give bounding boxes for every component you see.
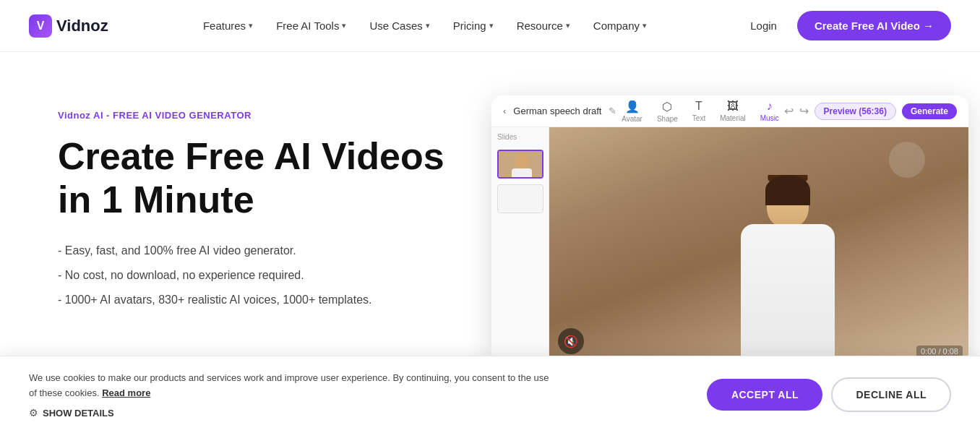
preview-body: Slides <box>491 127 968 363</box>
hero-bullet-1: - Easy, fast, and 100% free AI video gen… <box>58 242 448 260</box>
hero-left: Vidnoz AI - FREE AI VIDEO GENERATOR Crea… <box>58 95 448 309</box>
nav-item-features[interactable]: Features ▾ <box>193 14 263 38</box>
hero-section: Vidnoz AI - FREE AI VIDEO GENERATOR Crea… <box>0 52 980 392</box>
music-icon: ♪ <box>767 100 773 113</box>
bg-orb <box>889 142 925 178</box>
preview-main: 🔇 0:00 / 0:08 <box>549 127 968 363</box>
read-more-link[interactable]: Read more <box>102 387 150 398</box>
decline-all-button[interactable]: DECLINE ALL <box>831 377 951 412</box>
chevron-down-icon: ▾ <box>642 21 647 30</box>
mute-icon: 🔇 <box>564 335 578 348</box>
gear-icon: ⚙ <box>29 407 38 419</box>
person-hair <box>765 175 810 205</box>
chevron-down-icon: ▾ <box>566 21 570 30</box>
chevron-down-icon: ▾ <box>249 21 253 30</box>
nav-item-use-cases[interactable]: Use Cases ▾ <box>359 14 439 38</box>
hero-bullet-2: - No cost, no download, no experience re… <box>58 267 448 284</box>
draft-title: German speech draft <box>513 106 601 116</box>
text-icon: T <box>695 100 702 113</box>
accept-all-button[interactable]: ACCEPT ALL <box>707 379 822 411</box>
preview-toolbar: ‹ German speech draft ✎ 👤 Avatar ⬡ Shape… <box>491 95 968 127</box>
hero-bullets: - Easy, fast, and 100% free AI video gen… <box>58 242 448 309</box>
redo-icon[interactable]: ↪ <box>799 104 809 118</box>
preview-window: ‹ German speech draft ✎ 👤 Avatar ⬡ Shape… <box>491 95 968 363</box>
toolbar-left: ‹ German speech draft ✎ <box>503 106 616 116</box>
video-placeholder: 🔇 0:00 / 0:08 <box>549 127 968 363</box>
nav-item-pricing[interactable]: Pricing ▾ <box>443 14 504 38</box>
tool-music[interactable]: ♪ Music <box>760 100 779 122</box>
person-body <box>741 224 835 363</box>
tool-avatar[interactable]: 👤 Avatar <box>622 100 642 123</box>
back-icon[interactable]: ‹ <box>503 106 506 116</box>
hero-badge: Vidnoz AI - FREE AI VIDEO GENERATOR <box>58 110 448 121</box>
logo-icon: V <box>29 14 52 38</box>
generate-button[interactable]: Generate <box>902 103 957 119</box>
toolbar-right: ↩ ↪ Preview (56:36) Generate <box>784 103 957 120</box>
svg-point-1 <box>515 153 529 170</box>
cookie-banner: We use cookies to make our products and … <box>0 356 980 433</box>
chevron-down-icon: ▾ <box>489 21 494 30</box>
slide-thumb-1[interactable] <box>497 150 543 179</box>
nav-item-resource[interactable]: Resource ▾ <box>507 14 580 38</box>
edit-icon[interactable]: ✎ <box>609 106 616 116</box>
logo[interactable]: V Vidnoz <box>29 14 108 38</box>
navbar: V Vidnoz Features ▾ Free AI Tools ▾ Use … <box>0 0 980 52</box>
nav-item-company[interactable]: Company ▾ <box>583 14 657 38</box>
create-free-video-button[interactable]: Create Free AI Video → <box>797 11 951 40</box>
chevron-down-icon: ▾ <box>426 21 430 30</box>
mute-button[interactable]: 🔇 <box>558 328 584 354</box>
cookie-text: We use cookies to make our products and … <box>29 371 549 401</box>
hero-bullet-3: - 1000+ AI avatars, 830+ realistic AI vo… <box>58 291 448 309</box>
show-details-button[interactable]: ⚙ SHOW DETAILS <box>29 407 692 419</box>
toolbar-tools: 👤 Avatar ⬡ Shape T Text 🖼 Material <box>622 100 779 123</box>
logo-text: Vidnoz <box>56 17 108 35</box>
cookie-right: ACCEPT ALL DECLINE ALL <box>707 377 951 412</box>
tool-material[interactable]: 🖼 Material <box>720 100 746 122</box>
slide-thumb-2[interactable] <box>497 184 543 213</box>
tool-text[interactable]: T Text <box>692 100 705 122</box>
chevron-down-icon: ▾ <box>342 21 346 30</box>
hero-title: Create Free AI Videos in 1 Minute <box>58 135 448 222</box>
nav-right: Login Create Free AI Video → <box>742 11 951 40</box>
nav-item-free-ai-tools[interactable]: Free AI Tools ▾ <box>266 14 356 38</box>
svg-rect-2 <box>512 168 532 179</box>
shape-icon: ⬡ <box>662 100 672 113</box>
login-button[interactable]: Login <box>742 14 786 38</box>
nav-links: Features ▾ Free AI Tools ▾ Use Cases ▾ P… <box>193 14 657 38</box>
material-icon: 🖼 <box>727 100 739 113</box>
slides-panel: Slides <box>491 127 549 363</box>
cookie-left: We use cookies to make our products and … <box>29 371 692 419</box>
tool-shape[interactable]: ⬡ Shape <box>657 100 678 123</box>
avatar-icon: 👤 <box>625 100 640 113</box>
undo-icon[interactable]: ↩ <box>784 104 794 118</box>
slides-label: Slides <box>497 133 543 141</box>
hero-right: ‹ German speech draft ✎ 👤 Avatar ⬡ Shape… <box>491 95 968 363</box>
preview-button[interactable]: Preview (56:36) <box>814 103 896 120</box>
person-figure <box>715 175 860 363</box>
